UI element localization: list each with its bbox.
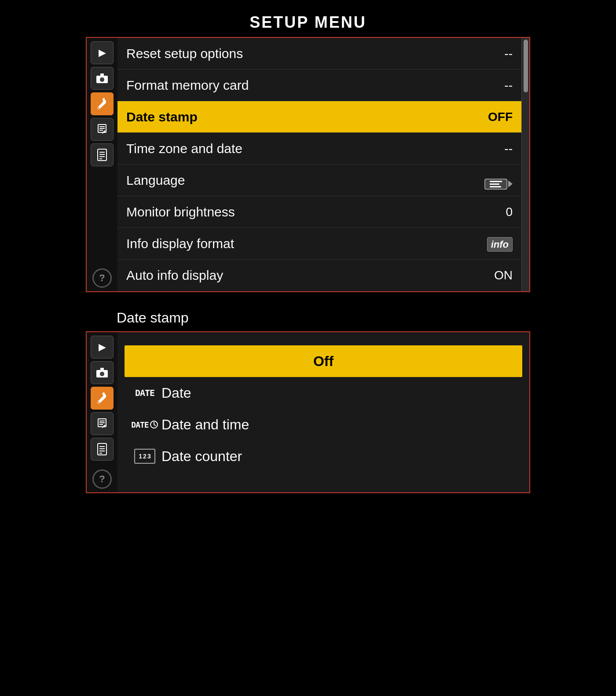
menu-row-brightness[interactable]: Monitor brightness 0 [117, 196, 521, 228]
menu-row-info-format[interactable]: Info display format info [117, 228, 521, 260]
menu-row-reset[interactable]: Reset setup options -- [117, 38, 521, 70]
scrollbar[interactable] [521, 38, 529, 291]
date-counter-icon: 1 2 3 [132, 449, 158, 464]
bottom-sidebar-icon-play[interactable]: ▶ [91, 336, 114, 359]
menu-row-timezone[interactable]: Time zone and date -- [117, 133, 521, 165]
sidebar-icon-camera[interactable] [91, 67, 114, 90]
menu-row-language[interactable]: Language [117, 165, 521, 196]
top-panel-title: SETUP MENU [249, 13, 366, 32]
bottom-sidebar-icon-question[interactable]: ? [92, 469, 112, 489]
svg-rect-1 [100, 73, 104, 76]
top-menu-container: ▶ [86, 37, 530, 292]
svg-rect-16 [100, 368, 104, 370]
sub-menu-row-date[interactable]: DATE Date [125, 377, 522, 409]
bottom-sidebar-icon-pencil[interactable] [91, 412, 114, 435]
sub-menu-row-datetime[interactable]: DATE Date and time [125, 409, 522, 440]
sub-menu-list: Off DATE Date DATE [117, 332, 529, 492]
bottom-panel: Date stamp ▶ [86, 310, 530, 493]
svg-point-3 [101, 78, 104, 81]
top-sidebar: ▶ [87, 38, 117, 291]
menu-row-datestamp[interactable]: Date stamp OFF [117, 101, 521, 133]
sidebar-icon-question[interactable]: ? [92, 268, 112, 288]
sidebar-icon-wrench[interactable] [91, 92, 114, 115]
sidebar-icon-document[interactable] [91, 143, 114, 166]
bottom-sidebar-icon-camera[interactable] [91, 361, 114, 384]
svg-line-31 [154, 425, 156, 426]
bottom-sidebar-icon-document[interactable] [91, 438, 114, 461]
menu-row-auto-info[interactable]: Auto info display ON [117, 260, 521, 291]
bottom-sidebar: ▶ [87, 332, 117, 492]
top-panel: SETUP MENU ▶ [86, 13, 530, 292]
sidebar-icon-pencil[interactable] [91, 118, 114, 141]
sub-menu-row-counter[interactable]: 1 2 3 Date counter [125, 440, 522, 472]
sub-panel-title: Date stamp [86, 310, 189, 326]
sub-menu-row-off[interactable]: Off [125, 345, 522, 377]
scrollbar-thumb [524, 40, 528, 92]
svg-point-19 [98, 402, 99, 403]
info-badge: info [487, 237, 513, 252]
svg-point-4 [98, 107, 99, 109]
date-clock-icon: DATE [132, 420, 158, 429]
sub-menu-container: ▶ [86, 331, 530, 493]
menu-row-format[interactable]: Format memory card -- [117, 70, 521, 101]
top-menu-list: Reset setup options -- Format memory car… [117, 38, 521, 291]
svg-point-18 [101, 373, 104, 376]
bottom-sidebar-icon-wrench[interactable] [91, 387, 114, 410]
date-icon: DATE [132, 388, 158, 398]
sidebar-icon-play[interactable]: ▶ [91, 41, 114, 64]
